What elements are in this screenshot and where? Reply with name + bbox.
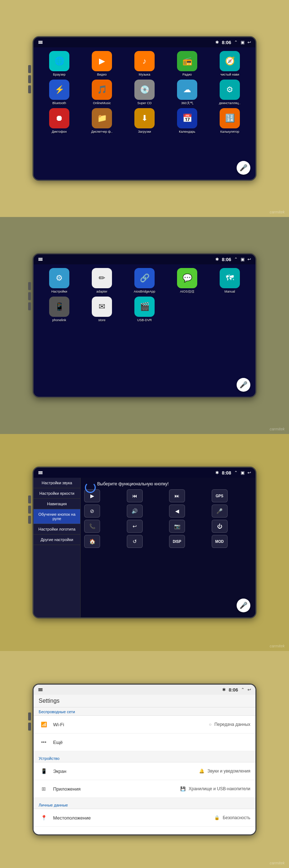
- device-frame-1: ✱ 8:06 ⌃ ▣ ↩ 🌐Браузер▶Видео♪Музыка📻Радио…: [33, 36, 256, 181]
- settings-right-icon-1-1: 💾: [180, 786, 186, 791]
- app-item-6[interactable]: 🎵OnlineMusic: [82, 80, 122, 105]
- settings-right-text-2-0: Безопасность: [223, 815, 250, 820]
- side-btn-6[interactable]: [28, 302, 31, 310]
- mic-button-2[interactable]: 🎤: [237, 378, 250, 392]
- ctrl-btn-3[interactable]: GPS: [212, 489, 228, 502]
- settings-item-icon-2-0: 📍: [39, 813, 49, 823]
- side-btn-2[interactable]: [28, 75, 31, 83]
- app-item-14[interactable]: 🔢Калькулятор: [210, 108, 250, 134]
- settings-item-0-0[interactable]: 📶Wi-Fi○Передача данных: [34, 716, 255, 733]
- app-item-9[interactable]: ⚙деинсталляц..: [210, 80, 250, 105]
- app2-icon-3: 💬: [177, 268, 197, 288]
- app-item-3[interactable]: 📻Радио: [167, 51, 207, 77]
- back-icon-3: ↩: [247, 470, 251, 475]
- ctrl-btn-9[interactable]: ↩: [127, 520, 143, 533]
- ctrl-btn-10[interactable]: 📷: [169, 520, 185, 533]
- app-item-4[interactable]: 🧭чистый нави: [210, 51, 250, 77]
- app-icon-7: 💿: [134, 80, 155, 100]
- settings-item-text-0-1: Ещё: [53, 740, 250, 745]
- app-label-7: Super CD: [137, 101, 152, 105]
- app2-item-4[interactable]: 🗺Manual: [210, 268, 250, 294]
- device-wrapper-4: ✱ 8:06 ⌃ ↩ Settings Беспроводные сети📶Wi…: [33, 684, 256, 835]
- ctrl-btn-12[interactable]: 🏠: [84, 535, 100, 548]
- sidebar-item-2[interactable]: Навигация: [34, 499, 80, 509]
- app2-item-5[interactable]: 📱phonelink: [39, 297, 79, 322]
- home-icon: [38, 39, 43, 46]
- app2-item-0[interactable]: ⚙Настройки: [39, 268, 79, 294]
- ctrl-btn-8[interactable]: 📞: [84, 520, 100, 533]
- ctrl-btn-4[interactable]: ⊘: [84, 505, 100, 518]
- settings-item-1-1[interactable]: ⊞Приложения💾Хранилище и USB-накопители: [34, 780, 255, 798]
- ctrl-btn-6[interactable]: ◀: [169, 505, 185, 518]
- settings-item-2-0[interactable]: 📍Местоположение🔒Безопасность: [34, 809, 255, 827]
- status-time-1: 8:06: [222, 40, 231, 45]
- ctrl-btn-5[interactable]: 🔊: [127, 505, 143, 518]
- settings-divider-1: [34, 798, 255, 801]
- mic-button-1[interactable]: 🎤: [237, 161, 250, 175]
- svg-rect-1: [38, 42, 43, 43]
- ctrl-btn-1[interactable]: ⏮: [127, 489, 143, 502]
- app-icon-6: 🎵: [92, 80, 112, 100]
- device-frame-3: ✱ 8:08 ⌃ ▣ ↩ Настройки звукаНастройки яр…: [33, 467, 256, 618]
- settings-item-icon-0-1: •••: [39, 737, 49, 747]
- android-screen-2: ✱ 8:06 ⌃ ▣ ↩ ⚙Настройки✏adapter🔗AiosBrid…: [34, 254, 255, 397]
- app-item-10[interactable]: ⏺Диктофон: [39, 108, 79, 134]
- app2-icon-1: ✏: [92, 268, 112, 288]
- device-wrapper-3: ✱ 8:08 ⌃ ▣ ↩ Настройки звукаНастройки яр…: [33, 467, 256, 618]
- side-btn-8[interactable]: [28, 506, 31, 514]
- svg-rect-11: [38, 690, 43, 691]
- app-item-5[interactable]: ⚡Bluetooth: [39, 80, 79, 105]
- app-item-12[interactable]: ⬇Загрузки: [125, 108, 164, 134]
- app2-item-6[interactable]: ✉store: [82, 297, 122, 322]
- side-btn-4[interactable]: [28, 282, 31, 290]
- app-item-1[interactable]: ▶Видео: [82, 51, 122, 77]
- app-item-2[interactable]: ♪Музыка: [125, 51, 164, 77]
- side-btn-11[interactable]: [28, 723, 31, 731]
- svg-rect-4: [38, 259, 43, 260]
- bluetooth-status-icon: ✱: [215, 40, 219, 45]
- app-icon-10: ⏺: [49, 108, 69, 128]
- app2-icon-5: 📱: [49, 297, 69, 317]
- settings-item-text-2-0: Местоположение: [53, 815, 214, 821]
- sidebar-item-4[interactable]: Настройки логотипа: [34, 524, 80, 535]
- sidebar-item-5[interactable]: Другие настройки: [34, 535, 80, 545]
- app-icon-1: ▶: [92, 51, 112, 71]
- side-btn-3[interactable]: [28, 85, 31, 93]
- side-btn-7[interactable]: [28, 495, 31, 503]
- app2-item-7[interactable]: 🎬USB-DVR: [125, 297, 164, 322]
- ctrl-btn-11[interactable]: ⏻: [212, 520, 228, 533]
- settings-right-text-1-1: Хранилище и USB-накопители: [189, 786, 250, 791]
- svg-rect-0: [38, 41, 43, 42]
- ctrl-btn-15[interactable]: MOD: [212, 535, 228, 548]
- bt-icon-2: ✱: [215, 257, 219, 262]
- app2-item-1[interactable]: ✏adapter: [82, 268, 122, 294]
- mic-button-3[interactable]: 🎤: [237, 599, 250, 612]
- side-btn-5[interactable]: [28, 292, 31, 300]
- ctrl-btn-7[interactable]: 🎤: [212, 505, 228, 518]
- sidebar-item-1[interactable]: Настройки яркости: [34, 488, 80, 499]
- app-item-7[interactable]: 💿Super CD: [125, 80, 164, 105]
- app-label-8: 360天气: [181, 101, 193, 105]
- settings-item-1-0[interactable]: 📱Экран🔔Звуки и уведомления: [34, 762, 255, 780]
- time-3: 8:08: [222, 470, 231, 476]
- app-label-5: Bluetooth: [52, 101, 66, 105]
- app-item-8[interactable]: ☁360天气: [167, 80, 207, 105]
- app2-item-3[interactable]: 💬AIOS信信: [167, 268, 207, 294]
- ctrl-btn-2[interactable]: ⏭: [169, 489, 185, 502]
- settings-panel: Настройки звукаНастройки яркостиНавигаци…: [34, 478, 255, 617]
- side-btn-9[interactable]: [28, 516, 31, 524]
- app2-item-2[interactable]: 🔗AiosBridgeApp: [125, 268, 164, 294]
- ctrl-btn-14[interactable]: DISP: [169, 535, 185, 548]
- side-btn-10[interactable]: [28, 712, 31, 720]
- ctrl-btn-13[interactable]: ↺: [127, 535, 143, 548]
- app-item-0[interactable]: 🌐Браузер: [39, 51, 79, 77]
- status-bar-4: ✱ 8:06 ⌃ ↩: [34, 685, 255, 695]
- app-icon-14: 🔢: [220, 108, 240, 128]
- app-item-13[interactable]: 📅Календарь: [167, 108, 207, 134]
- sidebar-item-3[interactable]: Обучение кнопок на руле: [34, 509, 80, 524]
- app-item-11[interactable]: 📁Диспетчер ф..: [82, 108, 122, 134]
- settings-item-0-1[interactable]: •••Ещё: [34, 733, 255, 751]
- side-btn-1[interactable]: [28, 65, 31, 73]
- sidebar-item-0[interactable]: Настройки звука: [34, 478, 80, 488]
- settings-right-icon-2-0: 🔒: [214, 815, 220, 820]
